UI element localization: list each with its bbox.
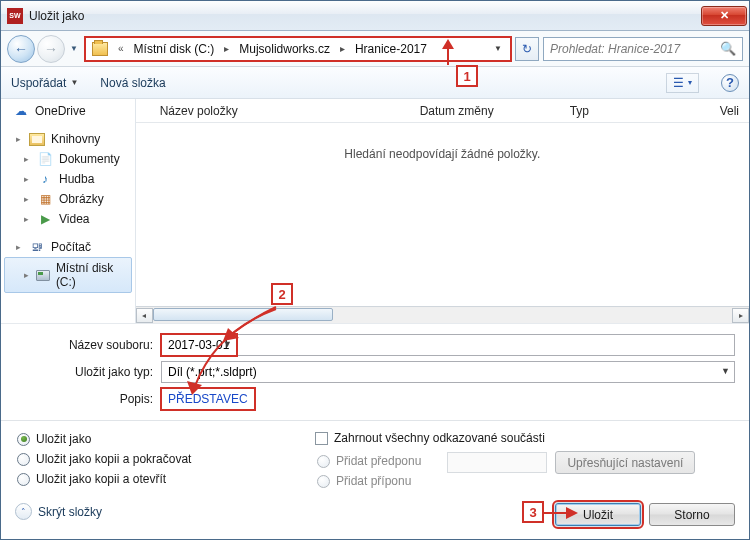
nav-back-button[interactable]: ← [7, 35, 35, 63]
radio-icon [17, 433, 30, 446]
expand-icon[interactable]: ▸ [13, 242, 23, 252]
radio-save-copy-continue[interactable]: Uložit jako kopii a pokračovat [15, 449, 295, 469]
tree-music[interactable]: ▸♪Hudba [1, 169, 135, 189]
expand-icon[interactable]: ▸ [21, 154, 31, 164]
tree-libraries[interactable]: ▸Knihovny [1, 129, 135, 149]
radio-save-copy-open[interactable]: Uložit jako kopii a otevřít [15, 469, 295, 489]
nav-forward-button[interactable]: → [37, 35, 65, 63]
app-icon: SW [7, 8, 23, 24]
separator [1, 420, 749, 421]
document-icon: 📄 [37, 152, 53, 166]
callout-1: 1 [456, 65, 478, 87]
description-input[interactable]: PŘEDSTAVEC [161, 388, 255, 410]
expand-icon[interactable]: ▸ [21, 214, 31, 224]
titlebar: SW Uložit jako ✕ [1, 1, 749, 31]
disk-icon [36, 270, 50, 281]
description-label: Popis: [15, 392, 161, 406]
breadcrumb-seg-0[interactable]: Místní disk (C:) [130, 39, 219, 59]
view-icon: ☰ [673, 76, 684, 90]
empty-message: Hledání neodpovídají žádné položky. [136, 123, 749, 306]
scroll-thumb[interactable] [153, 308, 333, 321]
close-button[interactable]: ✕ [701, 6, 747, 26]
dialog-footer: ˄ Skrýt složky Uložit Storno [15, 497, 735, 526]
callout-3: 3 [522, 501, 544, 523]
main-area: ☁OneDrive ▸Knihovny ▸📄Dokumenty ▸♪Hudba … [1, 99, 749, 323]
radio-icon [317, 455, 330, 468]
nav-history-dropdown[interactable]: ▼ [67, 37, 81, 61]
refresh-button[interactable]: ↻ [515, 37, 539, 61]
col-name[interactable]: Název položky [150, 100, 410, 122]
col-size[interactable]: Veli [710, 100, 749, 122]
expand-icon[interactable]: ▸ [21, 194, 31, 204]
filetype-label: Uložit jako typ: [15, 365, 161, 379]
address-dropdown-icon[interactable]: ▼ [489, 44, 507, 53]
chevron-right-icon: ▸ [218, 43, 235, 54]
tree-local-disk[interactable]: ▸Místní disk (C:) [4, 257, 132, 293]
horizontal-scrollbar[interactable]: ◂ ▸ [136, 306, 749, 323]
library-icon [29, 133, 45, 146]
video-icon: ▶ [37, 212, 53, 226]
new-folder-button[interactable]: Nová složka [100, 76, 165, 90]
breadcrumb-seg-2[interactable]: Hranice-2017 [351, 39, 431, 59]
radio-add-suffix: Přidat příponu [315, 471, 421, 491]
folder-tree: ☁OneDrive ▸Knihovny ▸📄Dokumenty ▸♪Hudba … [1, 99, 136, 323]
search-input[interactable]: Prohledat: Hranice-2017 🔍 [543, 37, 743, 61]
file-list: Název položky Datum změny Typ Veli Hledá… [136, 99, 749, 323]
toolbar: Uspořádat ▼ Nová složka ☰ ▾ ? [1, 67, 749, 99]
radio-save-as[interactable]: Uložit jako [15, 429, 295, 449]
picture-icon: ▦ [37, 192, 53, 206]
expand-icon[interactable]: ▸ [13, 134, 23, 144]
callout-2: 2 [271, 283, 293, 305]
scroll-left-icon[interactable]: ◂ [136, 308, 153, 323]
tree-videos[interactable]: ▸▶Videa [1, 209, 135, 229]
save-button[interactable]: Uložit [555, 503, 641, 526]
prefix-suffix-input [447, 452, 547, 473]
tree-pictures[interactable]: ▸▦Obrázky [1, 189, 135, 209]
view-options-button[interactable]: ☰ ▾ [666, 73, 699, 93]
filetype-select[interactable]: Díl (*.prt;*.sldprt) [161, 361, 735, 383]
organize-button[interactable]: Uspořádat ▼ [11, 76, 78, 90]
music-icon: ♪ [37, 172, 53, 186]
radio-icon [17, 453, 30, 466]
navigation-row: ← → ▼ « Místní disk (C:) ▸ Mujsolidworks… [1, 31, 749, 67]
scroll-right-icon[interactable]: ▸ [732, 308, 749, 323]
search-placeholder: Prohledat: Hranice-2017 [550, 42, 680, 56]
filename-label: Název souboru: [15, 338, 161, 352]
radio-add-prefix: Přidat předponu [315, 451, 421, 471]
search-icon: 🔍 [720, 41, 736, 56]
chevron-right-icon: ▸ [334, 43, 351, 54]
cancel-button[interactable]: Storno [649, 503, 735, 526]
advanced-settings-button[interactable]: Upřesňující nastavení [555, 451, 695, 474]
radio-icon [317, 475, 330, 488]
checkbox-icon [315, 432, 328, 445]
reference-options: Zahrnout všechny odkazované součásti Při… [315, 429, 735, 491]
expand-icon[interactable]: ▸ [22, 270, 30, 280]
address-bar[interactable]: « Místní disk (C:) ▸ Mujsolidworks.cz ▸ … [85, 37, 511, 61]
tree-onedrive[interactable]: ☁OneDrive [1, 101, 135, 121]
cloud-icon: ☁ [13, 104, 29, 118]
save-mode-radios: Uložit jako Uložit jako kopii a pokračov… [15, 429, 295, 491]
breadcrumb-sep: « [112, 43, 130, 54]
folder-icon [92, 42, 108, 56]
filename-input[interactable]: 2017-03-01 [161, 334, 237, 356]
hide-folders-button[interactable]: ˄ Skrýt složky [15, 503, 102, 520]
column-headers[interactable]: Název položky Datum změny Typ Veli [136, 99, 749, 123]
help-button[interactable]: ? [721, 74, 739, 92]
radio-icon [17, 473, 30, 486]
chevron-up-icon: ˄ [15, 503, 32, 520]
computer-icon: 🖳 [29, 240, 45, 254]
breadcrumb-seg-1[interactable]: Mujsolidworks.cz [235, 39, 334, 59]
window-title: Uložit jako [29, 9, 701, 23]
tree-computer[interactable]: ▸🖳Počítač [1, 237, 135, 257]
expand-icon[interactable]: ▸ [21, 174, 31, 184]
form-area: Název souboru: 2017-03-01 Uložit jako ty… [1, 323, 749, 534]
save-as-dialog: SW Uložit jako ✕ ← → ▼ « Místní disk (C:… [0, 0, 750, 540]
tree-documents[interactable]: ▸📄Dokumenty [1, 149, 135, 169]
col-date[interactable]: Datum změny [410, 100, 560, 122]
col-type[interactable]: Typ [560, 100, 710, 122]
checkbox-include-refs[interactable]: Zahrnout všechny odkazované součásti [315, 429, 735, 447]
